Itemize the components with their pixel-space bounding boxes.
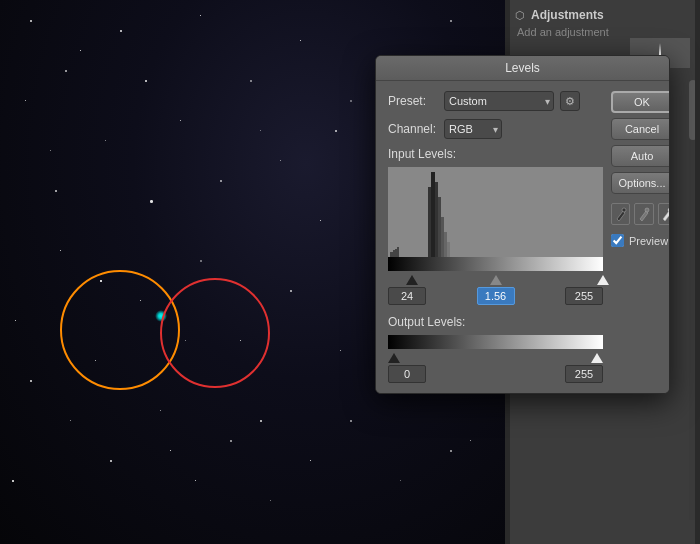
preset-dropdown-wrap: Custom — [444, 91, 554, 111]
black-point-slider[interactable] — [406, 275, 418, 285]
channel-label: Channel: — [388, 122, 438, 136]
svg-rect-5 — [395, 249, 397, 257]
output-levels-label: Output Levels: — [388, 315, 603, 329]
dialog-left-content: Preset: Custom ⚙ Channel: RG — [388, 91, 603, 383]
svg-rect-10 — [438, 197, 441, 257]
channel-select[interactable]: RGB — [444, 119, 502, 139]
adjustments-panel-subtitle[interactable]: Add an adjustment — [517, 26, 690, 38]
input-values-row — [388, 287, 603, 305]
output-triangle-container — [388, 349, 603, 363]
input-triangle-container — [388, 271, 603, 285]
output-black-value[interactable] — [388, 365, 426, 383]
adjustments-panel-icon: ⬡ — [515, 9, 525, 22]
output-black-slider[interactable] — [388, 353, 400, 363]
input-mid-value[interactable] — [477, 287, 515, 305]
midpoint-slider[interactable] — [490, 275, 502, 285]
eyedropper-black-icon — [615, 207, 627, 221]
panel-divider-right — [695, 0, 700, 544]
svg-rect-7 — [428, 187, 431, 257]
svg-rect-9 — [435, 182, 438, 257]
dialog-title: Levels — [376, 56, 669, 81]
eyedropper-gray-icon — [638, 207, 650, 221]
output-white-value[interactable] — [565, 365, 603, 383]
output-values-row — [388, 365, 603, 383]
preset-row: Preset: Custom ⚙ — [388, 91, 603, 111]
eyedropper-white-icon — [661, 207, 670, 221]
svg-rect-12 — [444, 232, 447, 257]
cancel-button[interactable]: Cancel — [611, 118, 670, 140]
eyedropper-white-button[interactable] — [658, 203, 670, 225]
preview-checkbox[interactable] — [611, 234, 624, 247]
eyedropper-black-button[interactable] — [611, 203, 630, 225]
levels-dialog: Levels Preset: Custom ⚙ — [375, 55, 670, 394]
svg-point-17 — [668, 208, 670, 212]
svg-rect-2 — [388, 167, 603, 257]
dialog-buttons: OK Cancel Auto Options... — [611, 91, 670, 383]
input-gradient-track — [388, 257, 603, 271]
preset-select[interactable]: Custom — [444, 91, 554, 111]
preview-label: Preview — [629, 235, 668, 247]
preview-row: Preview — [611, 234, 670, 247]
svg-rect-4 — [393, 250, 395, 257]
svg-rect-8 — [431, 172, 435, 257]
options-button[interactable]: Options... — [611, 172, 670, 194]
ok-button[interactable]: OK — [611, 91, 670, 113]
output-section: Output Levels: — [388, 315, 603, 383]
svg-point-15 — [622, 208, 626, 212]
svg-rect-11 — [441, 217, 444, 257]
gear-icon: ⚙ — [565, 95, 575, 108]
output-gradient-track — [388, 335, 603, 349]
svg-rect-13 — [447, 242, 450, 257]
input-levels-label: Input Levels: — [388, 147, 603, 161]
svg-rect-6 — [397, 247, 399, 257]
tools-row — [611, 203, 670, 225]
input-black-value[interactable] — [388, 287, 426, 305]
adjustments-panel-title: Adjustments — [531, 8, 604, 22]
output-white-slider[interactable] — [591, 353, 603, 363]
red-circle-annotation — [160, 278, 270, 388]
channel-dropdown-wrap: RGB — [444, 119, 502, 139]
eyedropper-gray-button[interactable] — [634, 203, 653, 225]
channel-row: Channel: RGB — [388, 119, 603, 139]
svg-rect-14 — [450, 249, 453, 257]
svg-point-16 — [645, 208, 649, 212]
input-white-value[interactable] — [565, 287, 603, 305]
auto-button[interactable]: Auto — [611, 145, 670, 167]
preset-label: Preset: — [388, 94, 438, 108]
histogram — [388, 167, 603, 257]
gear-button[interactable]: ⚙ — [560, 91, 580, 111]
white-point-slider[interactable] — [597, 275, 609, 285]
